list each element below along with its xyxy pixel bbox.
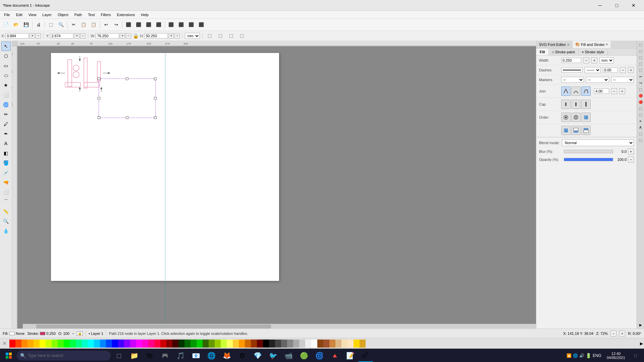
- palette-color-swatch[interactable]: [227, 340, 233, 348]
- palette-color-swatch[interactable]: [88, 340, 94, 348]
- palette-color-swatch[interactable]: [263, 340, 269, 348]
- palette-color-swatch[interactable]: [251, 340, 257, 348]
- palette-color-swatch[interactable]: [9, 340, 15, 348]
- h-scrollbar-thumb[interactable]: [36, 324, 271, 328]
- transform2-button[interactable]: ⬛: [176, 20, 186, 29]
- close-button[interactable]: ✕: [626, 0, 641, 11]
- fr-btn15[interactable]: ⬚: [638, 131, 644, 137]
- h-inc[interactable]: +: [168, 33, 174, 39]
- tray-volume[interactable]: 🔊: [579, 353, 584, 358]
- fr-btn4[interactable]: ⬚: [638, 61, 644, 67]
- zoom-page-button[interactable]: 🔍: [56, 20, 66, 29]
- palette-color-swatch[interactable]: [281, 340, 287, 348]
- palette-no-color[interactable]: ✕: [0, 339, 9, 348]
- width-dec[interactable]: −: [583, 57, 589, 63]
- palette-color-swatch[interactable]: [166, 340, 172, 348]
- join-round-button[interactable]: [571, 86, 581, 96]
- markers-start-select[interactable]: ─: [561, 77, 584, 83]
- w-input[interactable]: [96, 33, 119, 39]
- tray-arrow[interactable]: 🔼: [567, 353, 572, 358]
- system-clock[interactable]: 12:40 04/06/2021: [605, 351, 627, 360]
- blend-mode-select[interactable]: Normal Multiply Screen Overlay: [562, 139, 634, 146]
- taskbar-edge[interactable]: 🌀: [312, 349, 327, 362]
- palette-color-swatch[interactable]: [52, 340, 58, 348]
- canvas-area[interactable]: -125 -75 -25 25 75 125 175 225 275 325 -…: [12, 41, 536, 328]
- palette-color-swatch[interactable]: [245, 340, 251, 348]
- palette-color-swatch[interactable]: [112, 340, 118, 348]
- stroke-style-tab[interactable]: ≡ Stroke style: [579, 49, 608, 55]
- pencil-tool[interactable]: ✏: [1, 110, 11, 119]
- width-inc[interactable]: +: [591, 57, 597, 63]
- join-value[interactable]: [594, 88, 609, 94]
- transform-button[interactable]: ⬛: [166, 20, 176, 29]
- taskbar-app1[interactable]: 💎: [250, 349, 265, 362]
- order-btn1[interactable]: [561, 113, 571, 122]
- align-left-button[interactable]: ⬛: [124, 20, 133, 29]
- palette-color-swatch[interactable]: [293, 340, 299, 348]
- fr-btn8[interactable]: ⬚: [638, 86, 644, 92]
- y-inc[interactable]: +: [74, 33, 79, 39]
- order-btn6[interactable]: [581, 126, 591, 135]
- menu-path[interactable]: Path: [72, 12, 85, 17]
- palette-color-swatch[interactable]: [82, 340, 88, 348]
- dropper2-tool[interactable]: 💧: [1, 226, 11, 236]
- pen-tool[interactable]: 🖊: [1, 119, 11, 129]
- palette-color-swatch[interactable]: [94, 340, 100, 348]
- fr-btn13[interactable]: ≡: [638, 118, 644, 124]
- palette-color-swatch[interactable]: [21, 340, 28, 348]
- tray-lang[interactable]: ENG: [593, 353, 601, 358]
- spray-tool[interactable]: 🔫: [1, 178, 11, 187]
- taskbar-word[interactable]: 📝: [343, 349, 358, 362]
- order-btn5[interactable]: [571, 126, 581, 135]
- undo-button[interactable]: ↩: [101, 20, 111, 29]
- transform8-button[interactable]: ⬚: [237, 31, 247, 41]
- palette-color-swatch[interactable]: [335, 340, 341, 348]
- taskbar-app2[interactable]: 🐦: [266, 349, 280, 362]
- select-tool[interactable]: ↖: [1, 42, 11, 51]
- palette-color-swatch[interactable]: [191, 340, 197, 348]
- palette-color-swatch[interactable]: [239, 340, 245, 348]
- x-dec[interactable]: −: [36, 33, 41, 39]
- palette-color-swatch[interactable]: [172, 340, 178, 348]
- palette-color-swatch[interactable]: [197, 340, 203, 348]
- open-button[interactable]: 📂: [11, 20, 21, 29]
- zoom-inc-status[interactable]: +: [619, 330, 625, 337]
- taskbar-zoom[interactable]: 📹: [281, 349, 296, 362]
- palette-color-swatch[interactable]: [40, 340, 46, 348]
- join-inc[interactable]: +: [619, 88, 625, 94]
- svg-font-editor-tab[interactable]: SVG Font Editor ✕: [536, 41, 573, 48]
- menu-edit[interactable]: Edit: [13, 12, 25, 17]
- h-scrollbar[interactable]: [23, 324, 536, 328]
- palette-color-swatch[interactable]: [64, 340, 70, 348]
- fill-stroke-close[interactable]: ✕: [605, 43, 608, 46]
- taskbar-settings[interactable]: ⚙: [235, 349, 250, 362]
- palette-color-swatch[interactable]: [118, 340, 124, 348]
- tray-network[interactable]: 🌐: [573, 353, 578, 358]
- unit-select[interactable]: mm px in cm pt: [185, 33, 200, 39]
- menu-object[interactable]: Object: [55, 12, 71, 17]
- star-tool[interactable]: ★: [1, 80, 11, 90]
- palette-color-swatch[interactable]: [215, 340, 221, 348]
- taskbar-media[interactable]: 🎵: [173, 349, 188, 362]
- transform3-button[interactable]: ⬛: [186, 20, 196, 29]
- palette-color-swatch[interactable]: [130, 340, 136, 348]
- fill-tab[interactable]: Fill: [536, 49, 549, 55]
- fill-and-stroke-tab[interactable]: 🎨 Fill and Stroke ✕: [573, 41, 611, 48]
- show-desktop-button[interactable]: ⬚: [628, 349, 643, 362]
- start-button[interactable]: [1, 349, 16, 362]
- x-input[interactable]: [5, 33, 29, 39]
- rect-tool[interactable]: ▭: [1, 61, 11, 70]
- palette-color-swatch[interactable]: [275, 340, 281, 348]
- calligraphy-tool[interactable]: ✒: [1, 129, 11, 138]
- palette-color-swatch[interactable]: [311, 340, 317, 348]
- palette-color-swatch[interactable]: [100, 340, 106, 348]
- zoom-tool[interactable]: 🔍: [1, 217, 11, 226]
- taskbar-app3[interactable]: 🟢: [297, 349, 311, 362]
- palette-color-swatch[interactable]: [305, 340, 311, 348]
- dashes-value[interactable]: [603, 67, 618, 73]
- palette-color-swatch[interactable]: [360, 340, 366, 348]
- eraser-tool[interactable]: ⬜: [1, 187, 11, 197]
- connector-tool[interactable]: ⌒: [1, 197, 11, 206]
- opacity-dec[interactable]: −: [628, 157, 634, 163]
- layer-indicator[interactable]: • Layer 1: [89, 331, 103, 336]
